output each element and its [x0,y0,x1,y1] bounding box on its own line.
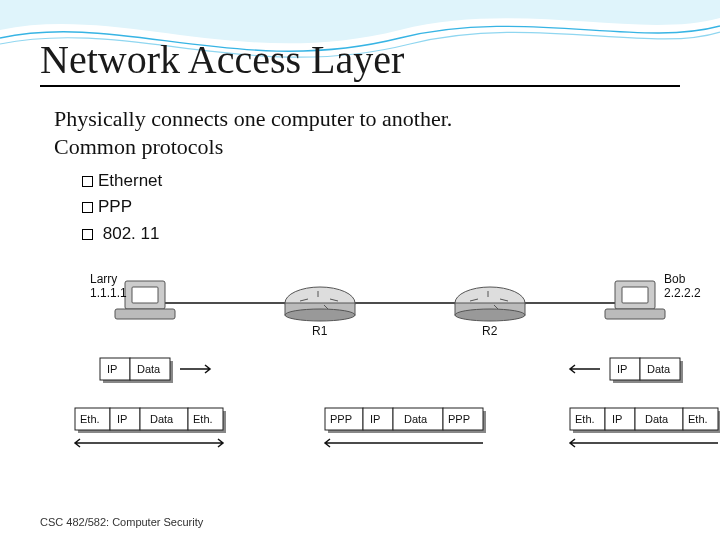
router-r1: R1 [285,287,355,338]
router-r2: R2 [455,287,525,338]
svg-text:PPP: PPP [448,413,470,425]
frame-eth-right: Eth. IP Data Eth. [570,408,720,447]
svg-text:IP: IP [117,413,127,425]
network-diagram: Larry 1.1.1.1 R1 R2 [60,263,660,473]
bullet-box-icon [82,229,93,240]
frame-eth-left: Eth. IP Data Eth. [75,408,226,447]
svg-text:IP: IP [370,413,380,425]
svg-text:IP: IP [107,363,117,375]
host-larry: Larry 1.1.1.1 [90,272,175,319]
bullet-box-icon [82,176,93,187]
bullet-box-icon [82,202,93,213]
svg-text:R2: R2 [482,324,498,338]
svg-rect-17 [622,287,648,303]
svg-rect-5 [115,309,175,319]
svg-text:2.2.2.2: 2.2.2.2 [664,286,701,300]
svg-text:Larry: Larry [90,272,117,286]
protocol-list: Ethernet PPP 802. 11 [40,168,680,247]
svg-text:Data: Data [137,363,161,375]
slide-title: Network Access Layer [40,36,680,87]
intro-line-1: Physically connects one computer to anot… [54,105,680,133]
svg-text:Eth.: Eth. [688,413,708,425]
svg-text:Eth.: Eth. [193,413,213,425]
svg-rect-18 [605,309,665,319]
svg-text:Data: Data [404,413,428,425]
svg-point-10 [285,309,355,321]
svg-text:Data: Data [645,413,669,425]
svg-text:Bob: Bob [664,272,686,286]
intro-text: Physically connects one computer to anot… [40,105,680,160]
svg-text:Data: Data [150,413,174,425]
intro-line-2: Common protocols [54,133,680,161]
svg-rect-4 [132,287,158,303]
packet-ip-right: IP Data [570,358,683,383]
svg-text:Eth.: Eth. [575,413,595,425]
host-bob: Bob 2.2.2.2 [605,272,701,319]
protocol-80211: 802. 11 [82,221,680,247]
svg-text:Eth.: Eth. [80,413,100,425]
svg-text:PPP: PPP [330,413,352,425]
svg-text:IP: IP [612,413,622,425]
protocol-ethernet: Ethernet [82,168,680,194]
svg-text:R1: R1 [312,324,328,338]
svg-text:Data: Data [647,363,671,375]
slide-footer: CSC 482/582: Computer Security [40,516,203,528]
svg-point-14 [455,309,525,321]
packet-ip-left: IP Data [100,358,210,383]
svg-text:1.1.1.1: 1.1.1.1 [90,286,127,300]
protocol-ppp: PPP [82,194,680,220]
frame-ppp-mid: PPP IP Data PPP [325,408,486,447]
svg-text:IP: IP [617,363,627,375]
